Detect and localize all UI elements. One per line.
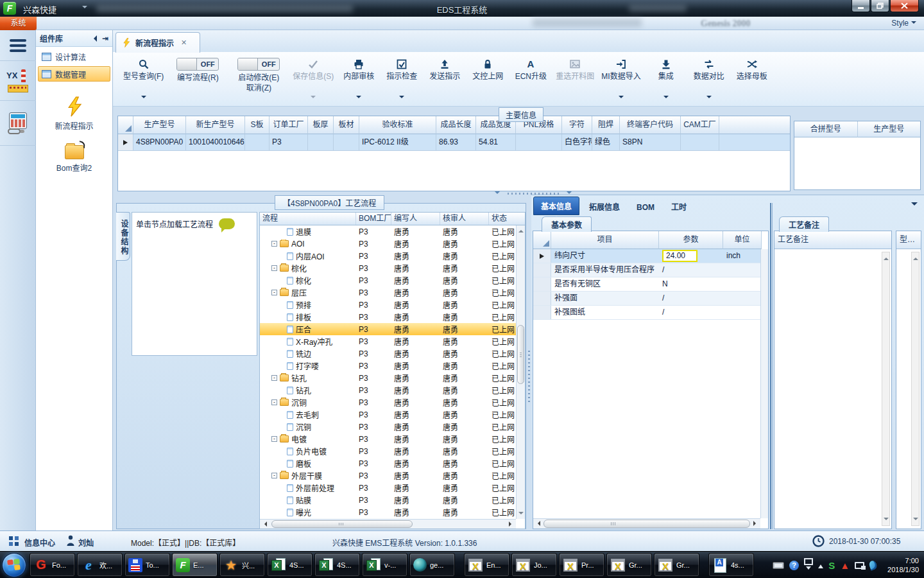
yx-home-icon[interactable]: YX [0, 61, 36, 101]
chevron-down-icon[interactable] [82, 6, 87, 11]
tab-extended-info[interactable]: 拓展信息 [582, 198, 627, 215]
tab-equipment-structure[interactable]: 设备结构 [116, 212, 130, 261]
tree-vertical-scrollbar[interactable] [516, 225, 525, 519]
parameter-cell[interactable]: / [659, 263, 723, 277]
scroll-up-icon[interactable] [913, 255, 918, 260]
tree-row[interactable]: X-Ray冲孔P3唐勇唐勇已上网 [260, 335, 516, 347]
green-s-icon[interactable] [828, 560, 835, 571]
tree-horizontal-scrollbar[interactable] [260, 519, 516, 529]
parameter-row[interactable]: 补强面/ [533, 292, 768, 306]
tree-row[interactable]: 预排P3唐勇唐勇已上网 [260, 299, 516, 311]
tree-row[interactable]: -钻孔P3唐勇唐勇已上网 [260, 372, 516, 384]
caret-down-icon[interactable] [706, 96, 712, 101]
keyboard-icon[interactable] [773, 562, 784, 569]
taskbar-clock[interactable]: 7:00 2018/1/30 [882, 556, 919, 574]
tree-row[interactable]: 外层前处理P3唐勇唐勇已上网 [260, 482, 516, 494]
tree-row[interactable]: 负片电镀P3唐勇唐勇已上网 [260, 445, 516, 457]
main-table-header[interactable]: 生产型号 [133, 116, 186, 134]
main-table-header[interactable]: 板材 [334, 116, 359, 134]
taskbar-button-xwin[interactable]: Gr... [606, 553, 652, 577]
tree-row[interactable]: 压合P3唐勇唐勇已上网 [260, 323, 516, 335]
tree-row[interactable]: -沉铜P3唐勇唐勇已上网 [260, 396, 516, 408]
scroll-left-icon[interactable] [535, 521, 540, 526]
remark-model-header[interactable]: 型… [896, 231, 921, 249]
toggle-switch[interactable]: OFF [176, 58, 219, 71]
scroll-down-icon[interactable] [884, 518, 889, 523]
main-table-header[interactable]: 验收标准 [359, 116, 436, 134]
parameters-header[interactable]: 单位 [723, 231, 762, 249]
main-table-header[interactable]: 终端客户代码 [620, 116, 681, 134]
sidebar-item-data-management[interactable]: 数据管理 [38, 66, 110, 82]
main-table-header[interactable]: 成品长度 [436, 116, 476, 134]
tree-expand-icon[interactable]: - [271, 473, 277, 478]
tab-basic-info[interactable]: 基本信息 [533, 197, 579, 215]
scroll-up-icon[interactable] [518, 227, 524, 232]
tree-row[interactable]: 铣边P3唐勇唐勇已上网 [260, 347, 516, 360]
scroll-left-icon[interactable] [262, 521, 267, 527]
toolbar-button-7[interactable]: 文控上网 [470, 57, 506, 101]
taskbar-button-excel[interactable]: 4S... [314, 553, 360, 577]
remark-model-scrollbar[interactable] [911, 252, 920, 526]
tree-expand-icon[interactable]: - [271, 436, 277, 442]
tab-process-remark[interactable]: 工艺备注 [779, 216, 829, 232]
parameters-header[interactable]: 参数 [659, 231, 723, 249]
toggle-switch[interactable]: OFF [237, 58, 280, 71]
tab-basic-parameters[interactable]: 基本参数 [542, 216, 592, 232]
tree-header-auditor[interactable]: 核审人 [440, 213, 489, 225]
parameters-horizontal-scrollbar[interactable] [533, 518, 760, 529]
main-table-data-row[interactable]: 4S8PN00PA010010400106461P3IPC-6012 II级86… [118, 134, 790, 151]
main-table-header[interactable]: 阻焊 [592, 116, 620, 134]
caret-down-icon[interactable] [619, 96, 624, 101]
taskbar-button-worddoc[interactable]: 4s... [708, 553, 754, 577]
tree-header-writer[interactable]: 编写人 [391, 213, 440, 225]
tree-row[interactable]: -外层干膜P3唐勇唐勇已上网 [260, 469, 516, 482]
taskbar-button-xwin[interactable]: En... [464, 553, 509, 577]
parameter-row[interactable]: 是否采用半导体专用压合程序/ [533, 263, 768, 277]
scrollbar-thumb[interactable] [271, 520, 413, 528]
toolbar-toggle-2[interactable]: OFF启动修改(E)取消(Z) [232, 57, 286, 101]
help-icon[interactable] [789, 561, 799, 570]
toolbar-button-3[interactable]: 保存信息(S) [293, 57, 334, 101]
toolbar-button-4[interactable]: 内部审核 [341, 57, 377, 101]
parameter-cell[interactable]: / [659, 306, 723, 319]
taskbar-button-floppy[interactable]: To... [124, 553, 170, 577]
tree-expand-icon[interactable]: - [271, 241, 277, 247]
tab-bom[interactable]: BOM [629, 200, 662, 215]
main-table-header[interactable]: 订单工厂 [270, 116, 308, 134]
toolbar-button-5[interactable]: 指示检查 [384, 57, 420, 101]
parameter-row[interactable]: 纬向尺寸24.00inch [533, 249, 768, 263]
vertical-splitter[interactable] [527, 203, 531, 529]
toolbar-button-0[interactable]: 型号查询(F) [123, 57, 164, 101]
flame-icon[interactable] [868, 560, 878, 571]
taskbar-button-foxmail[interactable]: Fo... [30, 553, 75, 577]
caret-down-icon[interactable] [399, 96, 404, 101]
scroll-right-icon[interactable] [509, 521, 514, 527]
caret-down-icon[interactable] [356, 96, 361, 101]
taskbar-button-excel[interactable]: 4S... [267, 553, 312, 577]
taskbar-button-xwin[interactable]: Pr... [559, 553, 604, 577]
tree-header-bom-factory[interactable]: BOM工厂 [356, 213, 391, 225]
tree-expand-icon[interactable]: - [271, 265, 277, 271]
detail-divider[interactable] [770, 203, 773, 529]
sidebar-item-design-algorithm[interactable]: 设计算法 [38, 49, 110, 64]
tree-expand-icon[interactable]: - [271, 375, 277, 381]
scroll-up-icon[interactable] [884, 255, 889, 260]
mini-window-icon[interactable] [804, 558, 813, 572]
taskbar-button-eds[interactable]: E... [172, 553, 218, 577]
toolbar-button-6[interactable]: 发送指示 [427, 57, 463, 101]
toolbar-button-12[interactable]: 数据对比 [691, 57, 727, 101]
parameters-vertical-scrollbar[interactable] [760, 249, 768, 518]
tree-row[interactable]: 磨板P3唐勇唐勇已上网 [260, 457, 516, 469]
tree-row[interactable]: 排板P3唐勇唐勇已上网 [260, 311, 516, 323]
taskbar-button-globe[interactable]: ge... [409, 553, 455, 577]
start-button[interactable] [2, 553, 26, 577]
maximize-button[interactable] [871, 0, 889, 12]
taskbar-button-xwin[interactable]: Jo... [511, 553, 557, 577]
menu-hamburger-icon[interactable] [0, 30, 36, 61]
main-table-header[interactable]: CAM工厂 [681, 116, 719, 134]
tree-row[interactable]: 曝光P3唐勇唐勇已上网 [260, 506, 516, 518]
collapse-left-icon[interactable] [90, 35, 97, 42]
caret-down-icon[interactable] [311, 96, 316, 101]
parameter-cell[interactable]: 24.00 [659, 249, 723, 263]
tree-row[interactable]: 打字喽P3唐勇唐勇已上网 [260, 360, 516, 372]
